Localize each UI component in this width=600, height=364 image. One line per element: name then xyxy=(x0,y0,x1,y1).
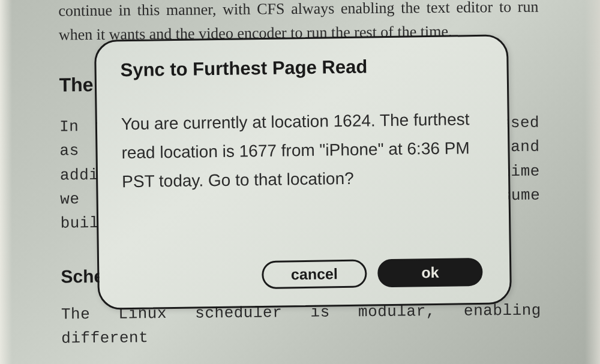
device-bezel-right xyxy=(585,0,600,364)
dialog-message: You are currently at location 1624. The … xyxy=(121,105,485,197)
ok-button[interactable]: ok xyxy=(377,258,483,287)
sync-dialog: Sync to Furthest Page Read You are curre… xyxy=(94,34,512,310)
device-bezel-left xyxy=(0,0,12,364)
dialog-title: Sync to Furthest Page Read xyxy=(120,55,482,81)
cancel-button[interactable]: cancel xyxy=(262,260,367,289)
dialog-button-row: cancel ok xyxy=(262,258,483,289)
